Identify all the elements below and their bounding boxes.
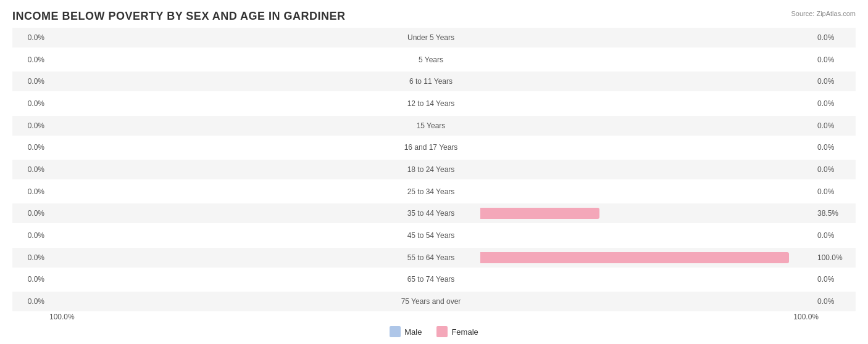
table-row: 0.0% Under 5 Years 0.0%	[12, 28, 856, 47]
age-label: 18 to 24 Years	[382, 165, 480, 174]
male-legend-label: Male	[404, 327, 422, 337]
male-value: 0.0%	[12, 121, 49, 130]
female-value: 0.0%	[812, 187, 856, 196]
bar-right-half	[480, 203, 812, 223]
bar-right-half	[480, 160, 812, 179]
table-row: 0.0% 65 to 74 Years 0.0%	[12, 269, 856, 289]
female-value: 0.0%	[812, 165, 856, 174]
bar-section: 5 Years	[49, 50, 812, 70]
female-color-box	[436, 326, 448, 337]
bar-right-half	[480, 116, 812, 136]
male-value: 0.0%	[12, 55, 49, 64]
table-row: 0.0% 12 to 14 Years 0.0%	[12, 94, 856, 113]
female-value: 0.0%	[812, 143, 856, 152]
age-label: 12 to 14 Years	[382, 99, 480, 108]
bar-left-half	[49, 182, 382, 202]
bar-right-half	[480, 226, 812, 245]
bar-left-half	[49, 203, 382, 223]
male-value: 0.0%	[12, 231, 49, 240]
male-value: 0.0%	[12, 99, 49, 108]
bar-left-half	[49, 28, 382, 47]
female-value: 38.5%	[812, 209, 856, 218]
female-value: 0.0%	[812, 33, 856, 42]
age-label: 35 to 44 Years	[382, 209, 480, 218]
table-row: 0.0% 45 to 54 Years 0.0%	[12, 226, 856, 245]
table-row: 0.0% 35 to 44 Years 38.5%	[12, 203, 856, 223]
bottom-left-label: 100.0%	[49, 313, 75, 321]
bar-left-half	[49, 292, 382, 311]
female-value: 0.0%	[812, 55, 856, 64]
female-value: 0.0%	[812, 231, 856, 240]
bar-left-half	[49, 116, 382, 136]
chart-container: INCOME BELOW POVERTY BY SEX AND AGE IN G…	[0, 0, 868, 344]
bar-section: 25 to 34 Years	[49, 182, 812, 202]
legend: Male Female	[12, 326, 856, 337]
bar-section: 35 to 44 Years	[49, 203, 812, 223]
bar-right-half	[480, 269, 812, 289]
table-row: 0.0% 25 to 34 Years 0.0%	[12, 182, 856, 202]
bar-section: 16 and 17 Years	[49, 137, 812, 157]
age-label: 75 Years and over	[382, 297, 480, 306]
table-row: 0.0% 15 Years 0.0%	[12, 116, 856, 136]
male-value: 0.0%	[12, 275, 49, 284]
bar-left-half	[49, 226, 382, 245]
bar-section: 75 Years and over	[49, 292, 812, 311]
male-color-box	[390, 326, 401, 337]
male-value: 0.0%	[12, 253, 49, 262]
female-legend-label: Female	[451, 327, 478, 337]
bar-left-half	[49, 248, 382, 268]
bar-section: 45 to 54 Years	[49, 226, 812, 245]
bar-right-half	[480, 182, 812, 202]
bar-right-half	[480, 28, 812, 47]
table-row: 0.0% 6 to 11 Years 0.0%	[12, 72, 856, 91]
bar-section: 65 to 74 Years	[49, 269, 812, 289]
bar-left-half	[49, 160, 382, 179]
male-value: 0.0%	[12, 297, 49, 306]
age-label: 45 to 54 Years	[382, 231, 480, 240]
age-label: 16 and 17 Years	[382, 143, 480, 152]
table-row: 0.0% 18 to 24 Years 0.0%	[12, 160, 856, 179]
age-label: Under 5 Years	[382, 33, 480, 42]
bar-section: 15 Years	[49, 116, 812, 136]
bar-right-half	[480, 137, 812, 157]
female-value: 100.0%	[812, 253, 856, 262]
female-value: 0.0%	[812, 275, 856, 284]
male-value: 0.0%	[12, 143, 49, 152]
bar-left-half	[49, 269, 382, 289]
age-label: 15 Years	[382, 121, 480, 130]
age-label: 6 to 11 Years	[382, 77, 480, 86]
age-label: 65 to 74 Years	[382, 275, 480, 284]
age-label: 5 Years	[382, 55, 480, 64]
chart-title: INCOME BELOW POVERTY BY SEX AND AGE IN G…	[12, 10, 856, 23]
male-value: 0.0%	[12, 187, 49, 196]
age-label: 55 to 64 Years	[382, 253, 480, 262]
legend-male: Male	[390, 326, 422, 337]
bar-right-half	[480, 72, 812, 91]
age-label: 25 to 34 Years	[382, 187, 480, 196]
female-value: 0.0%	[812, 297, 856, 306]
female-value: 0.0%	[812, 99, 856, 108]
female-bar	[480, 252, 789, 263]
bar-section: 6 to 11 Years	[49, 72, 812, 91]
female-value: 0.0%	[812, 121, 856, 130]
bar-left-half	[49, 94, 382, 113]
bar-right-half	[480, 50, 812, 70]
bar-left-half	[49, 50, 382, 70]
table-row: 0.0% 16 and 17 Years 0.0%	[12, 137, 856, 157]
legend-female: Female	[436, 326, 478, 337]
male-value: 0.0%	[12, 165, 49, 174]
chart-area: 0.0% Under 5 Years 0.0% 0.0% 5 Years	[12, 28, 856, 311]
bar-right-half	[480, 292, 812, 311]
female-bar	[480, 208, 599, 219]
bar-section: Under 5 Years	[49, 28, 812, 47]
table-row: 0.0% 5 Years 0.0%	[12, 50, 856, 70]
bar-section: 12 to 14 Years	[49, 94, 812, 113]
male-value: 0.0%	[12, 33, 49, 42]
table-row: 0.0% 55 to 64 Years 100.0%	[12, 248, 856, 268]
male-value: 0.0%	[12, 77, 49, 86]
female-value: 0.0%	[812, 77, 856, 86]
bottom-right-label: 100.0%	[793, 313, 819, 321]
bar-left-half	[49, 137, 382, 157]
bar-section: 55 to 64 Years	[49, 248, 812, 268]
bottom-labels: 100.0% 100.0%	[12, 313, 856, 321]
